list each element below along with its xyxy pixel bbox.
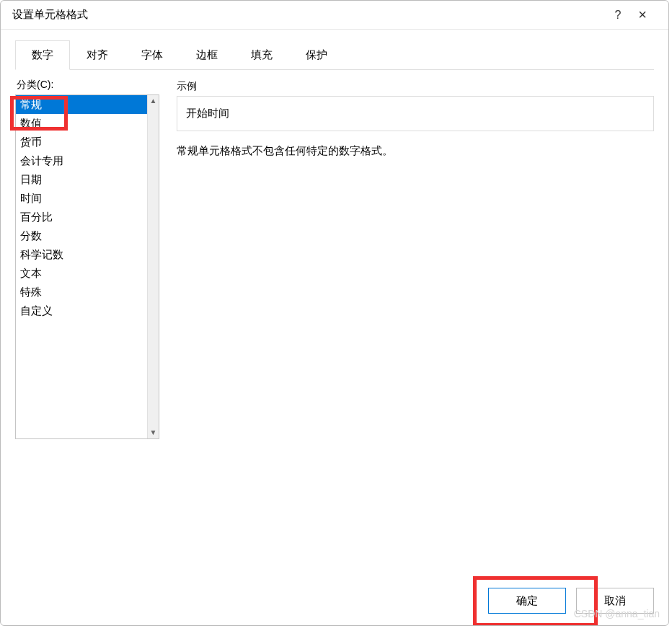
dialog-titlebar: 设置单元格格式 ? × [1, 1, 668, 30]
category-item-currency[interactable]: 货币 [16, 133, 147, 151]
category-item-time[interactable]: 时间 [16, 189, 147, 208]
dialog-content: 数字 对齐 字体 边框 填充 保护 分类(C): 常规 数值 货币 会计专用 日… [1, 30, 668, 439]
sample-box: 开始时间 [177, 96, 654, 131]
scroll-up-icon[interactable]: ▲ [150, 97, 157, 105]
detail-column: 示例 开始时间 常规单元格格式不包含任何特定的数字格式。 [177, 79, 654, 439]
scroll-down-icon[interactable]: ▼ [150, 428, 157, 437]
category-listbox[interactable]: 常规 数值 货币 会计专用 日期 时间 百分比 分数 科学记数 文本 特殊 自定… [15, 94, 159, 439]
category-item-special[interactable]: 特殊 [16, 283, 147, 301]
cancel-button[interactable]: 取消 [576, 588, 654, 614]
tab-strip: 数字 对齐 字体 边框 填充 保护 [15, 40, 654, 70]
tab-number[interactable]: 数字 [15, 40, 70, 70]
tab-fill[interactable]: 填充 [234, 40, 289, 70]
format-description: 常规单元格格式不包含任何特定的数字格式。 [177, 144, 654, 158]
category-item-number[interactable]: 数值 [16, 114, 147, 133]
category-item-date[interactable]: 日期 [16, 170, 147, 189]
category-item-accounting[interactable]: 会计专用 [16, 151, 147, 170]
sample-value: 开始时间 [186, 107, 229, 119]
tab-font[interactable]: 字体 [125, 40, 180, 70]
dialog-title: 设置单元格格式 [12, 8, 608, 22]
category-item-fraction[interactable]: 分数 [16, 226, 147, 245]
scrollbar[interactable]: ▲ ▼ [147, 95, 159, 438]
category-item-scientific[interactable]: 科学记数 [16, 245, 147, 264]
category-item-percentage[interactable]: 百分比 [16, 208, 147, 226]
category-item-text[interactable]: 文本 [16, 264, 147, 283]
ok-button[interactable]: 确定 [488, 588, 566, 614]
close-icon[interactable]: × [628, 6, 657, 23]
category-item-general[interactable]: 常规 [16, 95, 147, 114]
help-icon[interactable]: ? [608, 9, 628, 22]
tab-align[interactable]: 对齐 [70, 40, 125, 70]
tab-border[interactable]: 边框 [180, 40, 234, 70]
sample-label: 示例 [177, 80, 654, 93]
category-item-custom[interactable]: 自定义 [16, 301, 147, 320]
format-cells-dialog: 设置单元格格式 ? × 数字 对齐 字体 边框 填充 保护 分类(C): 常规 … [0, 0, 669, 626]
tab-panel-number: 分类(C): 常规 数值 货币 会计专用 日期 时间 百分比 分数 科学记数 文… [15, 79, 654, 439]
tab-protect[interactable]: 保护 [289, 40, 344, 70]
dialog-buttons: 确定 取消 [488, 588, 654, 614]
category-label: 分类(C): [15, 79, 159, 92]
category-column: 分类(C): 常规 数值 货币 会计专用 日期 时间 百分比 分数 科学记数 文… [15, 79, 159, 439]
category-list-items: 常规 数值 货币 会计专用 日期 时间 百分比 分数 科学记数 文本 特殊 自定… [16, 95, 147, 438]
